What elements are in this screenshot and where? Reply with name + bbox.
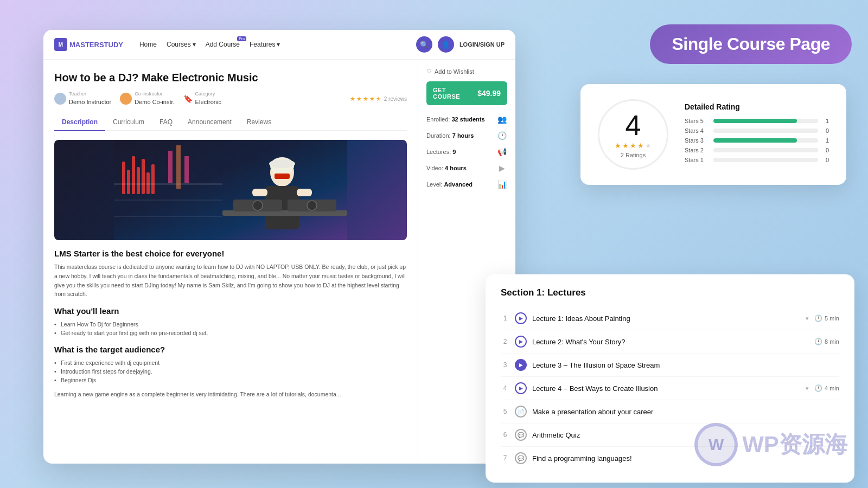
rating-bar-bg-3 bbox=[713, 138, 818, 143]
rating-row-3: Stars 3 1 bbox=[685, 137, 829, 144]
course-meta: Teacher Demo Instructor Co-instructor De… bbox=[54, 91, 407, 106]
svg-rect-11 bbox=[168, 151, 173, 183]
wp-text: WP资源海 bbox=[742, 429, 847, 460]
logo-text: MASTERSTUDY bbox=[69, 41, 123, 49]
lecture-num-2: 2 bbox=[501, 338, 509, 345]
nav-features[interactable]: Features ▾ bbox=[250, 41, 280, 48]
star-5-half: ★★ bbox=[376, 95, 381, 102]
rating-row-4: Stars 4 0 bbox=[685, 127, 829, 134]
star-4: ★ bbox=[369, 95, 375, 102]
lecture-time-2: 🕐 8 min bbox=[814, 338, 839, 345]
stat-level: Level: Advanced 📊 bbox=[426, 179, 507, 190]
dj-image-svg bbox=[54, 140, 407, 240]
lecture-time-4: 🕐 4 min bbox=[814, 384, 839, 392]
lecture-name-2: Lecture 2: What's Your Story? bbox=[532, 338, 809, 346]
lecture-num-3: 3 bbox=[501, 361, 509, 369]
login-link[interactable]: LOGIN/SIGN UP bbox=[459, 41, 505, 48]
curriculum-title: Section 1: Lectures bbox=[501, 287, 839, 298]
tab-curriculum[interactable]: Curriculum bbox=[105, 114, 152, 131]
tab-reviews[interactable]: Reviews bbox=[239, 114, 279, 131]
search-button[interactable]: 🔍 bbox=[416, 36, 432, 53]
stars-rating: ★ ★ ★ ★ ★★ 2 reviews bbox=[350, 95, 407, 102]
wishlist-button[interactable]: ♡ Add to Wishlist bbox=[426, 68, 507, 75]
lecture-num-4: 4 bbox=[501, 384, 509, 392]
level-label: Level: Advanced bbox=[426, 181, 473, 188]
star-3: ★ bbox=[363, 95, 368, 102]
r-star-5: ★ bbox=[645, 142, 652, 150]
detailed-rating-title: Detailed Rating bbox=[685, 102, 829, 111]
rating-circle: 4 ★ ★ ★ ★ ★ 2 Ratings bbox=[598, 99, 668, 170]
course-content: How to be a DJ? Make Electronic Music Te… bbox=[43, 60, 515, 464]
tab-description[interactable]: Description bbox=[54, 114, 105, 131]
r-star-1: ★ bbox=[615, 142, 621, 150]
rating-bar-bg-2 bbox=[713, 148, 818, 152]
svg-point-25 bbox=[307, 201, 317, 210]
video-icon: ▶ bbox=[496, 163, 507, 174]
course-image bbox=[54, 140, 407, 240]
co-instructor-meta: Co-instructor Demo Co-instr. bbox=[120, 91, 174, 106]
students-icon: 👥 bbox=[496, 114, 507, 125]
r-star-2: ★ bbox=[622, 142, 629, 150]
stats-list: Enrolled: 32 students 👥 Duration: 7 hour… bbox=[426, 114, 507, 190]
nav-add-course[interactable]: Add Course Pro bbox=[206, 41, 240, 48]
rating-bar-fill-3 bbox=[713, 138, 797, 143]
clock-icon: 🕐 bbox=[496, 130, 507, 141]
description-text2: Learning a new game engine as a complete… bbox=[54, 390, 407, 399]
description-heading3: What is the target audience? bbox=[54, 345, 407, 354]
lecture-name-1: Lecture 1: Ideas About Painting bbox=[532, 314, 800, 323]
rating-bar-fill-5 bbox=[713, 119, 797, 123]
star-2: ★ bbox=[356, 95, 362, 102]
lecture-row-3[interactable]: 3 ▶ Lecture 3 – The Illusion of Space St… bbox=[501, 354, 839, 377]
audience-item-1: First time experience with dj equipment bbox=[54, 358, 407, 367]
svg-point-16 bbox=[269, 159, 295, 168]
rating-bar-bg-5 bbox=[713, 119, 818, 123]
play-icon-2: ▶ bbox=[515, 336, 527, 348]
rating-row-2: Stars 2 0 bbox=[685, 147, 829, 153]
main-content: How to be a DJ? Make Electronic Music Te… bbox=[43, 60, 418, 464]
svg-rect-1 bbox=[122, 162, 125, 194]
description-heading1: LMS Starter is the best choice for every… bbox=[54, 249, 407, 258]
svg-rect-4 bbox=[137, 167, 140, 194]
learn-item-2: Get ready to start your first gig with n… bbox=[54, 329, 407, 337]
lecture-row-2[interactable]: 2 ▶ Lecture 2: What's Your Story? 🕐 8 mi… bbox=[501, 330, 839, 354]
svg-rect-8 bbox=[114, 183, 222, 185]
video-label: Video: 4 hours bbox=[426, 165, 467, 171]
rating-bar-bg-1 bbox=[713, 158, 818, 162]
nav-home[interactable]: Home bbox=[139, 41, 157, 48]
logo-icon: M bbox=[54, 38, 67, 51]
stat-video: Video: 4 hours ▶ bbox=[426, 163, 507, 174]
rating-row-1: Stars 1 0 bbox=[685, 157, 829, 163]
lectures-label: Lectures: 9 bbox=[426, 149, 456, 155]
wp-circle-logo: W bbox=[694, 423, 738, 466]
description-text1: This masterclass course is dedicated to … bbox=[54, 262, 407, 299]
lecture-row-4[interactable]: 4 ▶ Lecture 4 – Best Ways to Create Illu… bbox=[501, 377, 839, 400]
get-course-button[interactable]: GET COURSE $49.99 bbox=[426, 81, 507, 105]
tab-faq[interactable]: FAQ bbox=[152, 114, 180, 131]
duration-label: Duration: 7 hours bbox=[426, 132, 474, 139]
svg-rect-7 bbox=[151, 164, 155, 194]
rating-stars: ★ ★ ★ ★ ★ bbox=[615, 142, 652, 150]
bookmark-icon: 🔖 bbox=[183, 94, 193, 103]
play-icon-4: ▶ bbox=[515, 382, 527, 394]
svg-rect-9 bbox=[114, 200, 222, 201]
tabs-bar: Description Curriculum FAQ Announcement … bbox=[54, 114, 407, 131]
level-icon: 📊 bbox=[496, 179, 507, 190]
tab-announcement[interactable]: Announcement bbox=[180, 114, 239, 131]
navbar: M MASTERSTUDY Home Courses ▾ Add Course … bbox=[43, 30, 515, 60]
lecture-row-1[interactable]: 1 ▶ Lecture 1: Ideas About Painting ▾ 🕐 … bbox=[501, 307, 839, 330]
lecture-num-5: 5 bbox=[501, 408, 509, 415]
svg-rect-19 bbox=[297, 189, 312, 196]
svg-rect-12 bbox=[176, 145, 181, 189]
stat-lectures: Lectures: 9 📢 bbox=[426, 146, 507, 157]
lecture-name-4: Lecture 4 – Best Ways to Create Illusion bbox=[532, 384, 800, 393]
nav-courses[interactable]: Courses ▾ bbox=[167, 41, 196, 48]
wp-watermark: W WP资源海 bbox=[678, 412, 868, 477]
arrow-4: ▾ bbox=[806, 385, 809, 392]
user-button[interactable]: 👤 bbox=[438, 36, 454, 53]
rating-bar-bg-4 bbox=[713, 129, 818, 133]
nav-links: Home Courses ▾ Add Course Pro Features ▾ bbox=[139, 41, 416, 48]
learn-item-1: Learn How To Dj for Beginners bbox=[54, 320, 407, 329]
r-star-3: ★ bbox=[630, 142, 636, 150]
clock-icon-4: 🕐 bbox=[814, 384, 822, 392]
add-course-badge: Pro bbox=[237, 36, 246, 41]
